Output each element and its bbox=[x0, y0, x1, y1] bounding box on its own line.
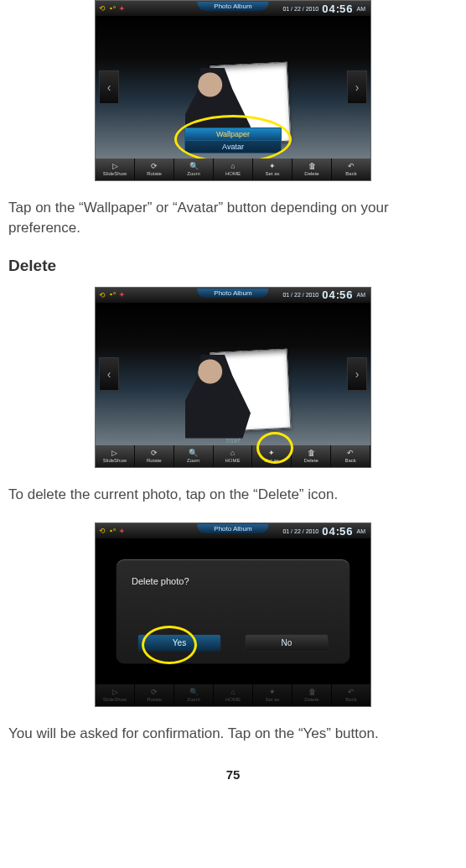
signal-icon: ∘° bbox=[109, 528, 116, 535]
ampm: AM bbox=[357, 6, 366, 12]
back-icon: ↶ bbox=[348, 689, 355, 696]
delete-button[interactable]: 🗑Delete bbox=[293, 159, 332, 180]
alert-icon: ✦ bbox=[119, 5, 125, 13]
app-title: Photo Album bbox=[197, 2, 268, 11]
rotate-label: Rotate bbox=[147, 458, 162, 463]
back-icon: ↶ bbox=[348, 163, 355, 170]
toolbar-disabled: ▷SlideShow ⟳Rotate 🔍Zoom ⌂HOME ✦Set as 🗑… bbox=[96, 684, 370, 706]
home-icon: ⌂ bbox=[230, 450, 235, 457]
app-title: Photo Album bbox=[197, 288, 268, 298]
photo-viewport: ‹ › Wallpaper Avatar bbox=[96, 16, 370, 159]
delete-button[interactable]: 🗑Delete bbox=[292, 445, 331, 467]
delete-button: 🗑Delete bbox=[293, 684, 332, 706]
loop-icon: ⟲ bbox=[99, 291, 106, 299]
zoom-icon: 🔍 bbox=[189, 689, 199, 696]
rotate-icon: ⟳ bbox=[151, 163, 158, 170]
back-button[interactable]: ↶Back bbox=[331, 445, 370, 467]
confirm-dialog: Delete photo? Yes No bbox=[116, 559, 350, 664]
next-photo-button[interactable]: › bbox=[347, 357, 367, 391]
zoom-label: Zoom bbox=[187, 171, 199, 176]
delete-icon: 🗑 bbox=[308, 689, 316, 696]
slideshow-label: SlideShow bbox=[103, 697, 127, 702]
alert-icon: ✦ bbox=[119, 528, 125, 535]
signal-icon: ∘° bbox=[109, 5, 116, 13]
loop-icon: ⟲ bbox=[99, 527, 106, 535]
back-button[interactable]: ↶Back bbox=[332, 159, 370, 180]
rotate-icon: ⟳ bbox=[151, 450, 158, 457]
slideshow-button[interactable]: ▷SlideShow bbox=[96, 159, 135, 180]
setas-label: Set as bbox=[265, 697, 279, 702]
rotate-label: Rotate bbox=[147, 171, 162, 176]
setas-button[interactable]: ✦Set as bbox=[252, 445, 292, 467]
photo-counter: 7/197 bbox=[225, 438, 241, 444]
slideshow-button: ▷SlideShow bbox=[96, 684, 135, 706]
slideshow-label: SlideShow bbox=[103, 458, 127, 463]
ampm: AM bbox=[357, 528, 366, 534]
status-date: 01 / 22 / 2010 bbox=[282, 528, 318, 534]
dialog-viewport: Delete photo? Yes No bbox=[96, 538, 370, 684]
status-bar: ⟲ ∘° ✦ Photo Album 01 / 22 / 2010 04:56 … bbox=[96, 288, 370, 303]
rotate-button[interactable]: ⟳Rotate bbox=[135, 159, 174, 180]
zoom-button[interactable]: 🔍Zoom bbox=[174, 445, 214, 467]
zoom-label: Zoom bbox=[187, 458, 199, 463]
prev-photo-button[interactable]: ‹ bbox=[99, 357, 119, 391]
home-label: HOME bbox=[225, 171, 241, 176]
home-button[interactable]: ⌂HOME bbox=[214, 159, 253, 180]
delete-label: Delete bbox=[304, 171, 318, 176]
status-date: 01 / 22 / 2010 bbox=[282, 6, 318, 12]
slideshow-icon: ▷ bbox=[112, 689, 118, 696]
instruction-confirm: You will be asked for confirmation. Tap … bbox=[8, 724, 458, 744]
status-icons: ⟲ ∘° ✦ bbox=[96, 291, 125, 299]
avatar-option[interactable]: Avatar bbox=[184, 141, 282, 153]
instruction-setas: Tap on the “Wallpaper” or “Avatar” butto… bbox=[8, 198, 458, 238]
rotate-icon: ⟳ bbox=[151, 689, 158, 696]
photo-content bbox=[170, 313, 296, 439]
status-right: 01 / 22 / 2010 04:56 AM bbox=[282, 288, 370, 301]
signal-icon: ∘° bbox=[109, 291, 116, 299]
status-right: 01 / 22 / 2010 04:56 AM bbox=[282, 3, 370, 15]
delete-icon: 🗑 bbox=[308, 450, 315, 457]
prev-photo-button[interactable]: ‹ bbox=[99, 70, 119, 104]
dialog-buttons: Yes No bbox=[132, 634, 334, 652]
home-button[interactable]: ⌂HOME bbox=[214, 445, 253, 467]
status-date: 01 / 22 / 2010 bbox=[282, 292, 318, 298]
clock: 04:56 bbox=[322, 3, 353, 15]
setas-icon: ✦ bbox=[269, 689, 276, 696]
setas-label: Set as bbox=[265, 171, 279, 176]
rotate-button[interactable]: ⟳Rotate bbox=[135, 445, 174, 467]
back-label: Back bbox=[344, 458, 355, 463]
home-label: HOME bbox=[225, 697, 241, 702]
back-button: ↶Back bbox=[332, 684, 370, 706]
slideshow-icon: ▷ bbox=[111, 450, 117, 457]
slideshow-icon: ▷ bbox=[112, 163, 118, 170]
clock: 04:56 bbox=[322, 525, 353, 538]
no-button[interactable]: No bbox=[245, 634, 329, 652]
toolbar: ▷SlideShow ⟳Rotate 🔍Zoom ⌂HOME ✦Set as 🗑… bbox=[96, 159, 370, 180]
yes-button[interactable]: Yes bbox=[137, 634, 221, 652]
zoom-button[interactable]: 🔍Zoom bbox=[174, 159, 214, 180]
setas-popup: Wallpaper Avatar bbox=[184, 127, 282, 153]
clock: 04:56 bbox=[322, 288, 353, 301]
ampm: AM bbox=[357, 292, 366, 298]
dialog-question: Delete photo? bbox=[132, 576, 334, 586]
home-label: HOME bbox=[225, 458, 241, 463]
status-bar: ⟲ ∘° ✦ Photo Album 01 / 22 / 2010 04:56 … bbox=[96, 1, 370, 16]
alert-icon: ✦ bbox=[119, 291, 125, 299]
screenshot-delete: ⟲ ∘° ✦ Photo Album 01 / 22 / 2010 04:56 … bbox=[95, 287, 371, 468]
setas-icon: ✦ bbox=[269, 163, 276, 170]
next-photo-button[interactable]: › bbox=[347, 70, 367, 104]
wallpaper-option[interactable]: Wallpaper bbox=[184, 127, 282, 141]
back-icon: ↶ bbox=[347, 450, 354, 457]
page-number: 75 bbox=[8, 767, 458, 782]
back-label: Back bbox=[345, 171, 356, 176]
zoom-icon: 🔍 bbox=[189, 450, 198, 457]
setas-button[interactable]: ✦Set as bbox=[253, 159, 293, 180]
zoom-icon: 🔍 bbox=[189, 163, 199, 170]
setas-button: ✦Set as bbox=[253, 684, 293, 706]
home-button: ⌂HOME bbox=[214, 684, 253, 706]
delete-heading: Delete bbox=[8, 257, 458, 275]
home-icon: ⌂ bbox=[230, 689, 235, 696]
slideshow-button[interactable]: ▷SlideShow bbox=[96, 445, 135, 467]
delete-label: Delete bbox=[304, 697, 318, 702]
zoom-label: Zoom bbox=[187, 697, 199, 702]
